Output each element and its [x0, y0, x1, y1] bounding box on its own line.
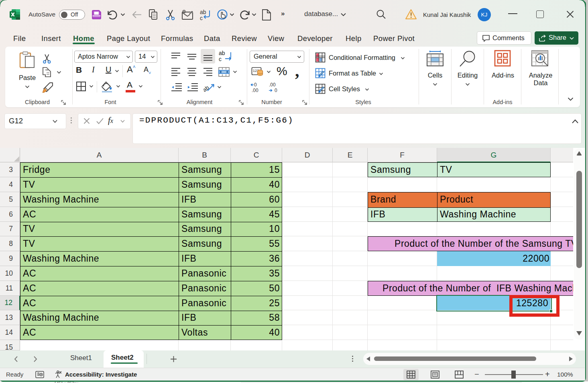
svg-text:0: 0	[275, 88, 277, 93]
svg-text:c: c	[219, 56, 222, 62]
svg-text:ab: ab	[219, 50, 225, 56]
svg-text:.00: .00	[269, 82, 276, 88]
svg-text:ab: ab	[200, 9, 206, 15]
svg-text:c: c	[200, 15, 203, 21]
svg-text:.00: .00	[252, 88, 258, 93]
svg-text:0: 0	[254, 82, 257, 88]
